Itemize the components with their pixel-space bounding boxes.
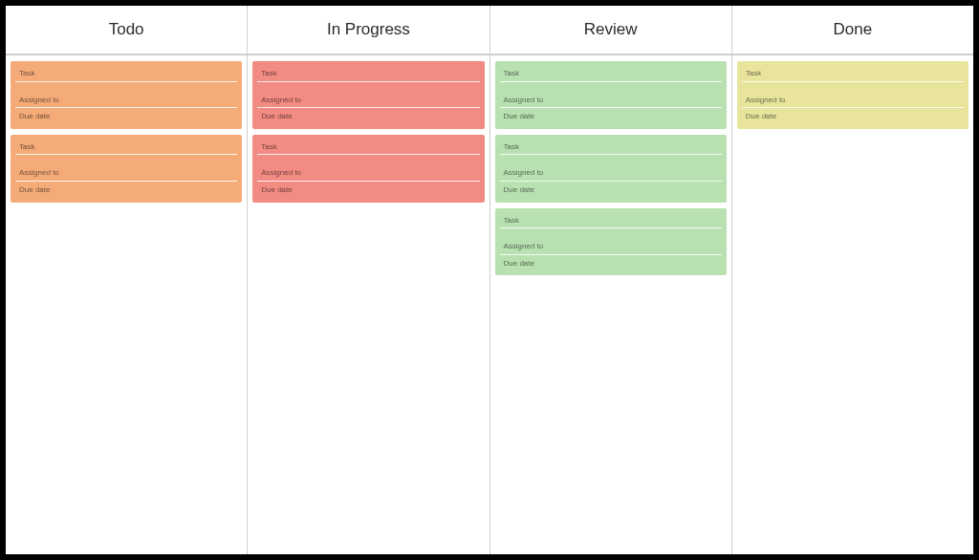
due-date-field[interactable]: Due date: [15, 182, 237, 198]
task-field[interactable]: Task: [500, 212, 722, 229]
column-header-todo: Todo: [6, 6, 248, 54]
column-header-row: Todo In Progress Review Done: [6, 6, 973, 55]
board-body: Task Assigned to Due date Task Assigned …: [6, 55, 973, 554]
column-title: In Progress: [327, 20, 410, 39]
column-inprogress[interactable]: Task Assigned to Due date Task Assigned …: [248, 55, 490, 554]
task-card[interactable]: Task Assigned to Due date: [11, 61, 242, 129]
task-card[interactable]: Task Assigned to Due date: [495, 135, 727, 203]
column-header-inprogress: In Progress: [248, 6, 490, 54]
assigned-field[interactable]: Assigned to: [15, 164, 237, 182]
task-card[interactable]: Task Assigned to Due date: [495, 61, 727, 129]
due-date-field[interactable]: Due date: [500, 108, 722, 124]
assigned-field[interactable]: Assigned to: [500, 164, 722, 182]
column-title: Done: [834, 20, 873, 39]
column-title: Todo: [109, 20, 144, 39]
due-date-field[interactable]: Due date: [742, 108, 964, 124]
column-done[interactable]: Task Assigned to Due date: [732, 55, 973, 554]
assigned-field[interactable]: Assigned to: [500, 238, 722, 255]
task-card[interactable]: Task Assigned to Due date: [495, 208, 727, 276]
task-card[interactable]: Task Assigned to Due date: [737, 61, 968, 129]
assigned-field[interactable]: Assigned to: [742, 92, 964, 109]
due-date-field[interactable]: Due date: [500, 182, 722, 198]
assigned-field[interactable]: Assigned to: [257, 164, 479, 182]
column-header-done: Done: [732, 6, 973, 54]
due-date-field[interactable]: Due date: [257, 108, 479, 124]
column-header-review: Review: [490, 6, 732, 54]
column-todo[interactable]: Task Assigned to Due date Task Assigned …: [6, 55, 248, 554]
task-field[interactable]: Task: [257, 65, 479, 82]
task-field[interactable]: Task: [15, 65, 237, 82]
task-field[interactable]: Task: [15, 139, 237, 156]
task-field[interactable]: Task: [257, 139, 479, 156]
due-date-field[interactable]: Due date: [15, 108, 237, 124]
task-card[interactable]: Task Assigned to Due date: [252, 61, 484, 129]
task-card[interactable]: Task Assigned to Due date: [252, 135, 484, 203]
due-date-field[interactable]: Due date: [500, 255, 722, 271]
assigned-field[interactable]: Assigned to: [15, 92, 237, 109]
column-review[interactable]: Task Assigned to Due date Task Assigned …: [490, 55, 732, 554]
assigned-field[interactable]: Assigned to: [500, 92, 722, 109]
assigned-field[interactable]: Assigned to: [257, 92, 479, 109]
task-card[interactable]: Task Assigned to Due date: [11, 135, 242, 203]
kanban-board: Todo In Progress Review Done Task Assign…: [0, 0, 979, 560]
column-title: Review: [584, 20, 638, 39]
due-date-field[interactable]: Due date: [257, 182, 479, 198]
task-field[interactable]: Task: [500, 139, 722, 156]
task-field[interactable]: Task: [742, 65, 964, 82]
task-field[interactable]: Task: [500, 65, 722, 82]
